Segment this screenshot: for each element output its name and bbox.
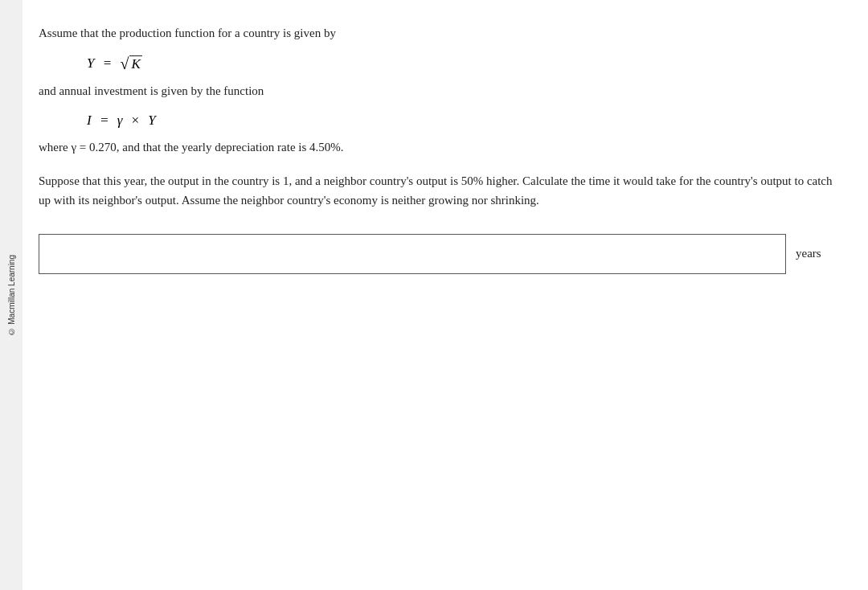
y-variable-i: Y [148,113,155,129]
years-label: years [796,247,821,260]
times-symbol: × [127,113,143,129]
gamma-symbol: γ [117,113,123,129]
main-content: Assume that the production function for … [23,0,868,590]
equals-sign: = [99,55,115,72]
where-line-text: where γ = 0.270, and that the yearly dep… [39,138,836,157]
equals-sign-i: = [96,113,113,129]
formula-y: Y = √ K [87,55,142,72]
suppose-text: Suppose that this year, the output in th… [39,171,836,210]
formula-i: I = γ × Y [87,113,156,129]
sqrt-k: K [129,55,141,72]
answer-area: years [39,234,836,274]
formula-i-block: I = γ × Y [87,113,836,129]
intro-text: Assume that the production function for … [39,24,836,43]
sidebar-label: © Macmillan Learning [7,255,16,336]
i-variable: I [87,113,92,129]
answer-input[interactable] [39,234,786,274]
and-line-text: and annual investment is given by the fu… [39,82,836,100]
sqrt-container: √ K [120,55,141,72]
sidebar: © Macmillan Learning [0,0,23,590]
sqrt-symbol: √ [120,55,129,72]
y-variable: Y [87,55,94,72]
formula-y-block: Y = √ K [87,55,836,72]
